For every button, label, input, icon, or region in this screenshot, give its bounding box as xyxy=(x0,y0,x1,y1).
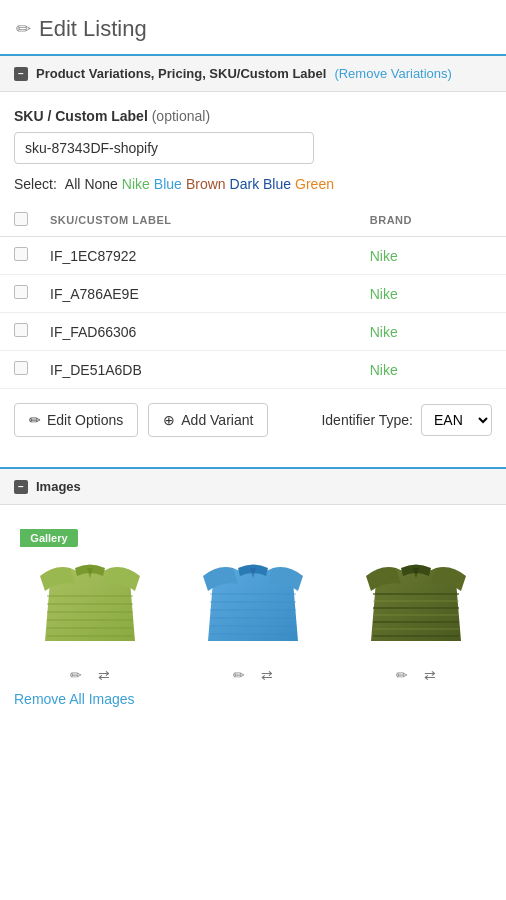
select-nike[interactable]: Nike xyxy=(122,176,150,192)
select-brown[interactable]: Brown xyxy=(186,176,226,192)
sku-cell: IF_DE51A6DB xyxy=(36,351,356,389)
sku-cell: IF_1EC87922 xyxy=(36,237,356,275)
table-row: IF_A786AE9E Nike xyxy=(0,275,506,313)
edit-icon: ✏ xyxy=(16,18,31,40)
edit-options-label: Edit Options xyxy=(47,412,123,428)
select-all-checkbox[interactable] xyxy=(14,212,28,226)
image-item-1: Gallery xyxy=(14,521,167,683)
table-row: IF_1EC87922 Nike xyxy=(0,237,506,275)
section-header-variations: − Product Variations, Pricing, SKU/Custo… xyxy=(0,56,506,92)
select-none[interactable]: None xyxy=(84,176,117,192)
image-actions-3: ✏ ⇄ xyxy=(396,667,436,683)
images-section-title: Images xyxy=(36,479,81,494)
section-title: Product Variations, Pricing, SKU/Custom … xyxy=(36,66,326,81)
sku-label: SKU / Custom Label (optional) xyxy=(14,108,492,124)
collapse-icon[interactable]: − xyxy=(14,67,28,81)
select-all[interactable]: All xyxy=(65,176,81,192)
edit-image-icon-3[interactable]: ✏ xyxy=(396,667,408,683)
row-checkbox[interactable] xyxy=(14,247,28,261)
action-bar: ✏ Edit Options ⊕ Add Variant Identifier … xyxy=(0,389,506,451)
row-checkbox[interactable] xyxy=(14,285,28,299)
image-actions-2: ✏ ⇄ xyxy=(233,667,273,683)
product-variations-section: − Product Variations, Pricing, SKU/Custo… xyxy=(0,56,506,469)
table-row: IF_FAD66306 Nike xyxy=(0,313,506,351)
identifier-area: Identifier Type: EAN UPC ASIN ISBN xyxy=(321,404,492,436)
row-checkbox[interactable] xyxy=(14,323,28,337)
variants-table: SKU/CUSTOM LABEL BRAND IF_1EC87922 Nike … xyxy=(0,204,506,389)
sku-cell: IF_FAD66306 xyxy=(36,313,356,351)
page-title: ✏ Edit Listing xyxy=(16,16,490,42)
brand-cell: Nike xyxy=(356,313,506,351)
edit-image-icon-2[interactable]: ✏ xyxy=(233,667,245,683)
image-item-2: ✏ ⇄ xyxy=(177,521,330,683)
image-box-1: Gallery xyxy=(20,521,160,661)
sku-input[interactable] xyxy=(14,132,314,164)
select-row: Select: All None Nike Blue Brown Dark Bl… xyxy=(0,164,506,200)
brand-cell: Nike xyxy=(356,275,506,313)
add-variant-label: Add Variant xyxy=(181,412,253,428)
col-sku: SKU/CUSTOM LABEL xyxy=(36,204,356,237)
collapse-images-icon[interactable]: − xyxy=(14,480,28,494)
images-grid: Gallery xyxy=(0,505,506,691)
image-actions-1: ✏ ⇄ xyxy=(70,667,110,683)
row-checkbox[interactable] xyxy=(14,361,28,375)
add-variant-button[interactable]: ⊕ Add Variant xyxy=(148,403,268,437)
brand-cell: Nike xyxy=(356,237,506,275)
swap-image-icon-2[interactable]: ⇄ xyxy=(261,667,273,683)
image-item-3: ✏ ⇄ xyxy=(339,521,492,683)
sku-area: SKU / Custom Label (optional) xyxy=(0,92,506,164)
shirt-image-3 xyxy=(351,526,481,656)
edit-options-icon: ✏ xyxy=(29,412,41,428)
edit-options-button[interactable]: ✏ Edit Options xyxy=(14,403,138,437)
remove-all-images-link[interactable]: Remove All Images xyxy=(0,683,149,715)
select-prefix: Select: xyxy=(14,176,57,192)
select-dark-blue[interactable]: Dark Blue xyxy=(230,176,291,192)
col-brand: BRAND xyxy=(356,204,506,237)
edit-image-icon-1[interactable]: ✏ xyxy=(70,667,82,683)
image-box-3 xyxy=(346,521,486,661)
sku-optional: (optional) xyxy=(152,108,210,124)
select-green[interactable]: Green xyxy=(295,176,334,192)
page-header: ✏ Edit Listing xyxy=(0,0,506,56)
brand-cell: Nike xyxy=(356,351,506,389)
gallery-badge: Gallery xyxy=(20,529,77,547)
shirt-image-2 xyxy=(188,526,318,656)
page-title-text: Edit Listing xyxy=(39,16,147,42)
image-box-2 xyxy=(183,521,323,661)
identifier-select[interactable]: EAN UPC ASIN ISBN xyxy=(421,404,492,436)
identifier-label: Identifier Type: xyxy=(321,412,413,428)
swap-image-icon-1[interactable]: ⇄ xyxy=(98,667,110,683)
swap-image-icon-3[interactable]: ⇄ xyxy=(424,667,436,683)
table-row: IF_DE51A6DB Nike xyxy=(0,351,506,389)
select-blue[interactable]: Blue xyxy=(154,176,182,192)
add-icon: ⊕ xyxy=(163,412,175,428)
sku-cell: IF_A786AE9E xyxy=(36,275,356,313)
images-section: − Images Gallery xyxy=(0,469,506,723)
remove-variations-link[interactable]: (Remove Variations) xyxy=(334,66,452,81)
section-header-images: − Images xyxy=(0,469,506,505)
